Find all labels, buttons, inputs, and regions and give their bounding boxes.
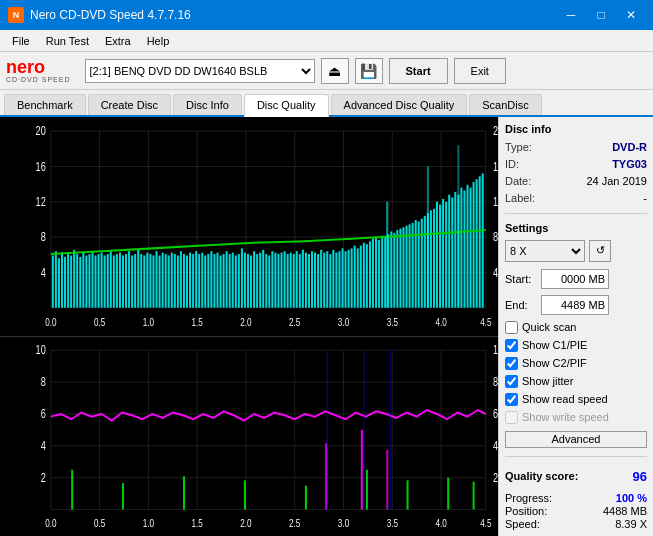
svg-rect-80 bbox=[180, 251, 182, 308]
app-icon: N bbox=[8, 7, 24, 23]
svg-rect-44 bbox=[70, 255, 72, 307]
tab-scan-disc[interactable]: ScanDisc bbox=[469, 94, 541, 115]
svg-text:3.0: 3.0 bbox=[338, 316, 350, 329]
menu-file[interactable]: File bbox=[4, 30, 38, 52]
start-button[interactable]: Start bbox=[389, 58, 448, 84]
speed-value: 8.39 X bbox=[615, 518, 647, 530]
show-c1pie-row: Show C1/PIE bbox=[505, 339, 647, 352]
start-input[interactable] bbox=[541, 269, 609, 289]
tab-disc-quality[interactable]: Disc Quality bbox=[244, 94, 329, 117]
svg-rect-57 bbox=[110, 251, 112, 308]
show-c1pie-label: Show C1/PIE bbox=[522, 339, 587, 351]
svg-rect-140 bbox=[363, 243, 365, 308]
svg-rect-173 bbox=[463, 190, 465, 307]
save-button[interactable]: 💾 bbox=[355, 58, 383, 84]
tab-advanced-disc-quality[interactable]: Advanced Disc Quality bbox=[331, 94, 468, 115]
tab-disc-info[interactable]: Disc Info bbox=[173, 94, 242, 115]
svg-rect-165 bbox=[439, 205, 441, 308]
nero-logo-text: nero bbox=[6, 58, 45, 76]
svg-rect-125 bbox=[317, 254, 319, 308]
svg-rect-126 bbox=[320, 250, 322, 308]
show-c2pif-checkbox[interactable] bbox=[505, 357, 518, 370]
close-button[interactable]: ✕ bbox=[617, 5, 645, 25]
minimize-button[interactable]: ─ bbox=[557, 5, 585, 25]
svg-rect-67 bbox=[140, 254, 142, 308]
svg-rect-172 bbox=[460, 188, 462, 308]
svg-rect-149 bbox=[390, 231, 392, 307]
svg-rect-95 bbox=[226, 251, 228, 308]
svg-text:4.0: 4.0 bbox=[435, 517, 446, 529]
progress-row: Progress: 100 % bbox=[505, 492, 647, 504]
svg-rect-150 bbox=[393, 233, 395, 308]
svg-rect-151 bbox=[396, 230, 398, 308]
tab-benchmark[interactable]: Benchmark bbox=[4, 94, 86, 115]
svg-text:8: 8 bbox=[493, 375, 498, 388]
svg-rect-79 bbox=[177, 255, 179, 307]
eject-button[interactable]: ⏏ bbox=[321, 58, 349, 84]
charts-area: 20 16 12 8 4 20 16 12 8 4 0.0 0.5 1.0 1.… bbox=[0, 117, 498, 536]
svg-rect-84 bbox=[192, 254, 194, 308]
menu-run-test[interactable]: Run Test bbox=[38, 30, 97, 52]
svg-text:2.5: 2.5 bbox=[289, 517, 300, 529]
svg-rect-78 bbox=[174, 254, 176, 308]
svg-rect-55 bbox=[104, 255, 106, 307]
tabs: Benchmark Create Disc Disc Info Disc Qua… bbox=[0, 90, 653, 117]
svg-rect-45 bbox=[73, 250, 75, 308]
svg-text:8: 8 bbox=[493, 230, 498, 244]
menu-extra[interactable]: Extra bbox=[97, 30, 139, 52]
svg-rect-122 bbox=[308, 254, 310, 308]
svg-rect-146 bbox=[381, 236, 383, 308]
quality-score-label: Quality score: bbox=[505, 470, 578, 482]
top-chart-svg: 20 16 12 8 4 20 16 12 8 4 0.0 0.5 1.0 1.… bbox=[0, 117, 498, 336]
title-bar-controls[interactable]: ─ □ ✕ bbox=[557, 5, 645, 25]
svg-rect-137 bbox=[354, 246, 356, 308]
svg-rect-115 bbox=[287, 254, 289, 308]
end-input[interactable] bbox=[541, 295, 609, 315]
svg-text:1.5: 1.5 bbox=[192, 316, 204, 329]
disc-label-value: - bbox=[643, 192, 647, 204]
svg-rect-159 bbox=[421, 219, 423, 308]
svg-rect-142 bbox=[369, 241, 371, 307]
svg-rect-97 bbox=[232, 253, 234, 308]
svg-text:16: 16 bbox=[36, 159, 46, 173]
svg-rect-153 bbox=[402, 227, 404, 308]
svg-rect-98 bbox=[235, 255, 237, 307]
refresh-button[interactable]: ↺ bbox=[589, 240, 611, 262]
show-c1pie-checkbox[interactable] bbox=[505, 339, 518, 352]
svg-text:4: 4 bbox=[493, 439, 498, 452]
svg-rect-72 bbox=[155, 251, 157, 308]
advanced-button[interactable]: Advanced bbox=[505, 431, 647, 449]
drive-select[interactable]: [2:1] BENQ DVD DD DW1640 BSLB bbox=[85, 59, 315, 83]
speed-select[interactable]: 8 X 4 X 2 X MAX bbox=[505, 240, 585, 262]
svg-rect-228 bbox=[386, 450, 388, 510]
show-jitter-checkbox[interactable] bbox=[505, 375, 518, 388]
svg-rect-221 bbox=[122, 483, 124, 510]
show-read-speed-checkbox[interactable] bbox=[505, 393, 518, 406]
bottom-chart-svg: 10 8 6 4 2 10 8 6 4 2 0.0 0.5 1.0 1.5 2.… bbox=[0, 337, 498, 536]
svg-rect-226 bbox=[361, 430, 363, 510]
quick-scan-checkbox[interactable] bbox=[505, 321, 518, 334]
svg-rect-121 bbox=[305, 253, 307, 308]
exit-button[interactable]: Exit bbox=[454, 58, 506, 84]
svg-rect-229 bbox=[407, 480, 409, 509]
svg-text:8: 8 bbox=[41, 375, 46, 388]
speed-row-quality: Speed: 8.39 X bbox=[505, 518, 647, 530]
show-write-speed-checkbox[interactable] bbox=[505, 411, 518, 424]
svg-text:2.5: 2.5 bbox=[289, 316, 301, 329]
toolbar: nero CD·DVD SPEED [2:1] BENQ DVD DD DW16… bbox=[0, 52, 653, 90]
tab-create-disc[interactable]: Create Disc bbox=[88, 94, 171, 115]
svg-rect-147 bbox=[384, 237, 386, 308]
svg-rect-155 bbox=[409, 224, 411, 307]
svg-text:4.0: 4.0 bbox=[435, 316, 447, 329]
svg-rect-69 bbox=[146, 253, 148, 308]
svg-text:4: 4 bbox=[493, 265, 498, 279]
divider-1 bbox=[505, 213, 647, 214]
svg-rect-99 bbox=[238, 254, 240, 308]
svg-rect-40 bbox=[58, 258, 60, 307]
menu-help[interactable]: Help bbox=[139, 30, 178, 52]
svg-rect-174 bbox=[466, 185, 468, 308]
svg-rect-114 bbox=[284, 251, 286, 308]
svg-rect-117 bbox=[293, 254, 295, 308]
maximize-button[interactable]: □ bbox=[587, 5, 615, 25]
svg-rect-160 bbox=[424, 216, 426, 308]
